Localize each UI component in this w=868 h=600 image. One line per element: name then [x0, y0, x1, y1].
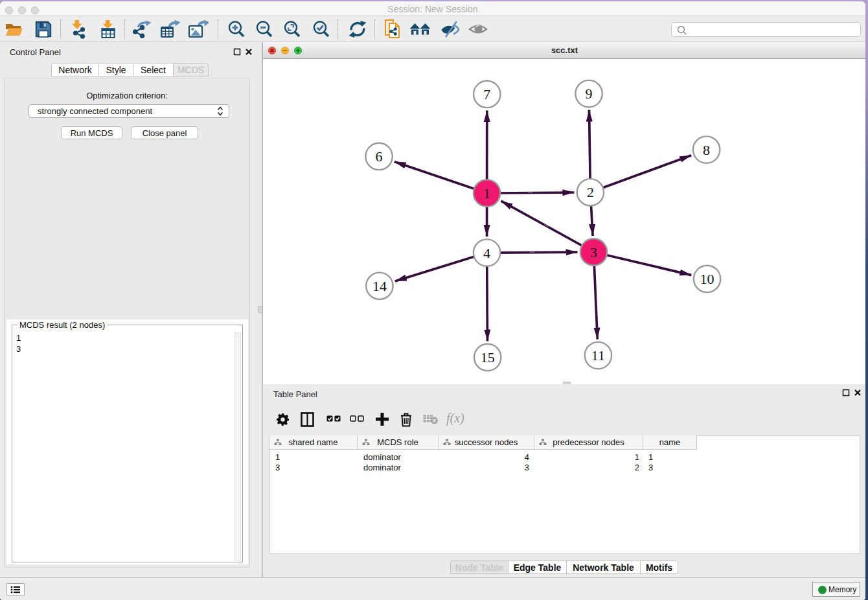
svg-text:15: 15 — [481, 349, 495, 365]
svg-text:3: 3 — [590, 244, 597, 260]
svg-text:1: 1 — [483, 185, 490, 202]
svg-text:9: 9 — [586, 86, 593, 102]
svg-text:2: 2 — [587, 184, 594, 200]
svg-text:4: 4 — [483, 245, 490, 261]
svg-text:8: 8 — [703, 142, 710, 158]
svg-text:10: 10 — [700, 271, 714, 287]
svg-text:11: 11 — [591, 347, 605, 363]
svg-text:7: 7 — [483, 86, 490, 102]
svg-text:14: 14 — [372, 278, 387, 294]
svg-text:6: 6 — [376, 148, 383, 165]
